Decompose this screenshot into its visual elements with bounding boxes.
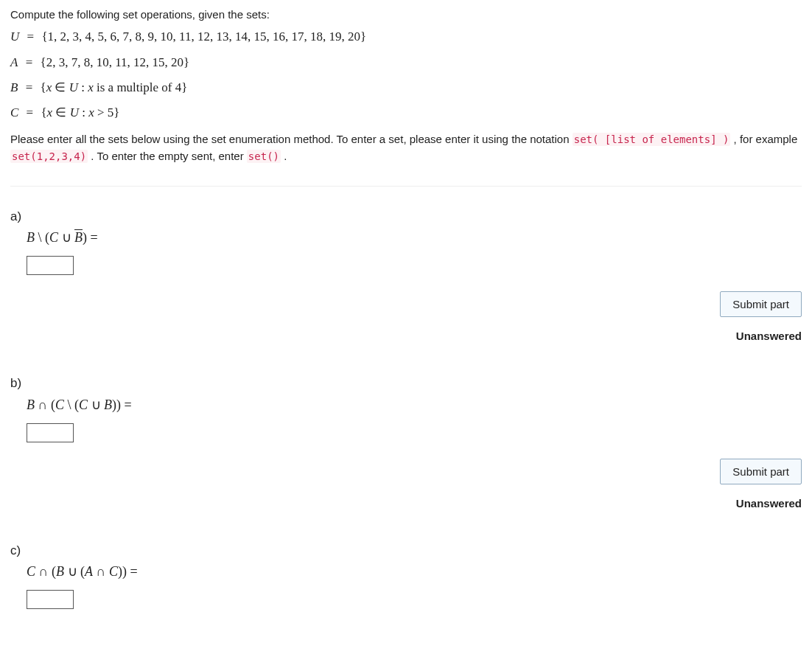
expr-B2: B bbox=[104, 397, 112, 412]
set-B-condtext: is a multiple of 4} bbox=[94, 80, 188, 94]
equals-sign: = bbox=[26, 80, 33, 94]
set-A-rhs: {2, 3, 7, 8, 10, 11, 12, 15, 20} bbox=[40, 55, 189, 69]
equals-sign: = bbox=[27, 105, 34, 119]
expr-C: C bbox=[55, 397, 64, 412]
set-C-lhs: C bbox=[10, 105, 18, 119]
expr-C2: C bbox=[109, 564, 118, 579]
expr-close: ) = bbox=[83, 230, 98, 245]
instructions: Please enter all the sets below using th… bbox=[10, 131, 802, 165]
set-B-colon: : bbox=[78, 80, 88, 94]
instr-text-4: . bbox=[281, 150, 287, 162]
set-C-condop: > 5} bbox=[94, 105, 120, 119]
part-c-label: c) bbox=[10, 541, 802, 560]
expr-union: ∪ ( bbox=[64, 564, 85, 579]
instr-code-3: set() bbox=[247, 150, 281, 163]
equals-sign: = bbox=[27, 29, 35, 44]
set-C-condvar: x bbox=[88, 105, 94, 119]
expr-C: C bbox=[27, 564, 35, 579]
divider bbox=[10, 186, 802, 187]
set-C-open: { bbox=[41, 105, 46, 119]
part-b-answer-input[interactable] bbox=[27, 423, 74, 442]
instr-text-3: . To enter the empty sent, enter bbox=[88, 150, 247, 162]
expr-intersect: ∩ ( bbox=[35, 397, 55, 412]
part-b-controls: Submit part Unanswered bbox=[10, 459, 802, 512]
set-def-B: B = {x ∈ U : x is a multiple of 4} bbox=[10, 78, 802, 97]
part-c-answer-input[interactable] bbox=[27, 590, 74, 609]
expr-C: C bbox=[49, 230, 58, 245]
expr-setminus: \ ( bbox=[64, 397, 79, 412]
expr-B: B bbox=[27, 230, 35, 245]
set-B-U: U bbox=[69, 80, 78, 94]
part-a-label: a) bbox=[10, 207, 802, 226]
instr-code-2: set(1,2,3,4) bbox=[10, 150, 88, 163]
part-b-status: Unanswered bbox=[736, 495, 802, 512]
part-a-status: Unanswered bbox=[736, 327, 802, 344]
set-U-rhs: {1, 2, 3, 4, 5, 6, 7, 8, 9, 10, 11, 12, … bbox=[41, 29, 366, 44]
expr-B-complement: B bbox=[74, 230, 83, 245]
expr-close: )) = bbox=[118, 564, 138, 579]
intro-text: Compute the following set operations, gi… bbox=[10, 6, 802, 23]
set-U-lhs: U bbox=[10, 29, 19, 44]
set-C-in: ∈ bbox=[52, 105, 70, 119]
expr-union: ∪ bbox=[58, 230, 74, 245]
set-B-in: ∈ bbox=[52, 80, 69, 94]
part-b: b) B ∩ (C \ (C ∪ B)) = Submit part Unans… bbox=[10, 374, 802, 511]
set-def-A: A = {2, 3, 7, 8, 10, 11, 12, 15, 20} bbox=[10, 53, 802, 72]
equals-sign: = bbox=[26, 55, 33, 69]
set-B-lhs: B bbox=[10, 80, 18, 94]
expr-B: B bbox=[56, 564, 64, 579]
expr-B: B bbox=[27, 397, 35, 412]
part-a-controls: Submit part Unanswered bbox=[10, 291, 802, 344]
part-b-expression: B ∩ (C \ (C ∪ B)) = bbox=[27, 395, 802, 416]
part-b-submit-button[interactable]: Submit part bbox=[720, 459, 802, 484]
set-def-U: U = {1, 2, 3, 4, 5, 6, 7, 8, 9, 10, 11, … bbox=[10, 27, 802, 46]
expr-intersect2: ∩ bbox=[93, 564, 109, 579]
set-B-open: { bbox=[40, 80, 46, 94]
expr-C2: C bbox=[79, 397, 88, 412]
set-A-lhs: A bbox=[10, 55, 18, 69]
expr-A: A bbox=[85, 564, 93, 579]
expr-close: )) = bbox=[112, 397, 132, 412]
expr-intersect: ∩ ( bbox=[35, 564, 56, 579]
set-def-C: C = {x ∈ U : x > 5} bbox=[10, 103, 802, 122]
part-a-answer-input[interactable] bbox=[27, 256, 74, 275]
part-a-submit-button[interactable]: Submit part bbox=[720, 291, 802, 317]
expr-setminus: \ ( bbox=[35, 230, 49, 245]
set-B-condvar: x bbox=[88, 80, 94, 94]
instr-code-1: set( [list of elements] ) bbox=[573, 133, 731, 146]
part-a: a) B \ (C ∪ B) = Submit part Unanswered bbox=[10, 207, 802, 344]
part-c: c) C ∩ (B ∪ (A ∩ C)) = bbox=[10, 541, 802, 609]
part-a-expression: B \ (C ∪ B) = bbox=[27, 228, 802, 248]
set-C-U: U bbox=[70, 105, 79, 119]
expr-union: ∪ bbox=[88, 397, 104, 412]
instr-text-1: Please enter all the sets below using th… bbox=[10, 133, 573, 145]
part-b-label: b) bbox=[10, 374, 802, 393]
instr-text-2: , for example bbox=[730, 133, 797, 145]
part-c-expression: C ∩ (B ∪ (A ∩ C)) = bbox=[27, 562, 802, 583]
set-C-colon: : bbox=[79, 105, 88, 119]
